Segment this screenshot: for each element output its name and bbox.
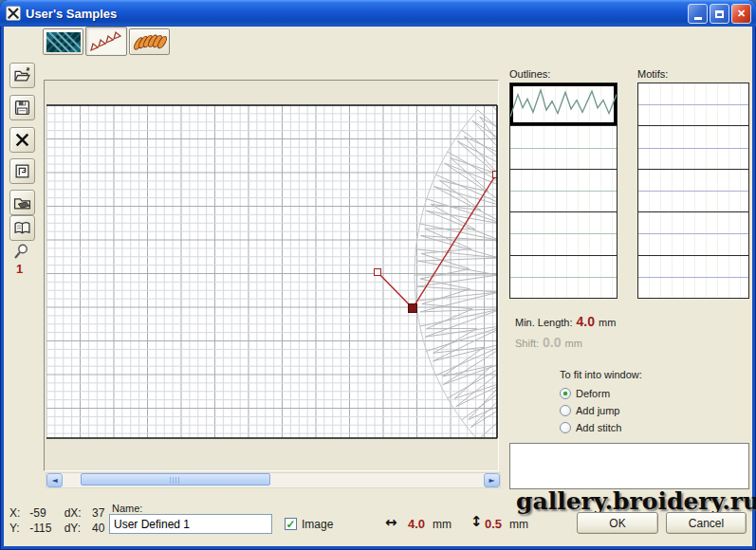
dy-label: dY: [65, 521, 89, 536]
motif-cell-4[interactable] [638, 212, 748, 255]
sample-canvas[interactable] [44, 80, 499, 471]
fit-options-group: DeformAdd jumpAdd stitch [560, 386, 621, 437]
open-folder-icon [13, 66, 31, 84]
straight-line-preview [510, 277, 617, 278]
import-sample-button[interactable] [9, 190, 35, 215]
scrollbar-thumb[interactable] [81, 473, 270, 486]
outline-cell-4[interactable] [510, 212, 617, 255]
scrollbar-track[interactable] [63, 473, 484, 487]
minimize-icon [694, 17, 702, 20]
straight-line-preview [510, 191, 617, 192]
import-folder-icon [13, 193, 31, 211]
app-icon [6, 6, 21, 21]
outline-cell-1[interactable] [510, 83, 617, 126]
straight-line-preview [638, 191, 748, 192]
min-length-unit: mm [599, 317, 616, 328]
image-checkbox[interactable]: ✓ [285, 518, 297, 530]
vertical-size-icon: ↕ [470, 513, 483, 530]
motifs-label: Motifs: [637, 68, 668, 80]
cord-sample-button[interactable] [129, 28, 170, 55]
radio-deform[interactable]: Deform [560, 386, 621, 400]
radio-add-jump[interactable]: Add jump [560, 403, 621, 417]
delete-sample-button[interactable] [9, 127, 35, 153]
name-input[interactable] [109, 514, 272, 534]
save-sample-button[interactable] [9, 95, 35, 120]
radio-icon [560, 405, 571, 416]
zoom-tool[interactable] [11, 243, 30, 264]
open-sample-button[interactable] [9, 63, 35, 88]
dy-value: 40 [92, 521, 104, 536]
shift-row: Shift: 0.0 mm [515, 335, 582, 350]
straight-line-preview [638, 233, 748, 234]
motifs-list[interactable] [637, 82, 749, 299]
cancel-button[interactable]: Cancel [666, 512, 747, 534]
outline-cell-5[interactable] [510, 256, 617, 298]
sample-drawing [45, 81, 498, 470]
name-label: Name: [112, 503, 142, 514]
min-length-label: Min. Length: [515, 317, 573, 328]
radio-icon [560, 422, 571, 433]
min-length-value: 4.0 [577, 314, 595, 329]
maximize-icon [715, 10, 724, 18]
title-bar[interactable]: User's Samples ✕ [0, 0, 756, 27]
zigzag-outline-preview [510, 83, 617, 125]
horizontal-size-icon: ↔ [385, 514, 397, 531]
outline-sample-thumbnail-icon [88, 30, 124, 53]
y-value: -115 [29, 521, 61, 536]
maximize-button[interactable] [710, 4, 729, 24]
zoom-level-label: 1 [16, 262, 23, 276]
dx-label: dX: [65, 505, 89, 521]
horizontal-size-unit: mm [433, 518, 452, 531]
preview-box [509, 443, 749, 489]
straight-line-preview [638, 104, 748, 105]
minimize-button[interactable] [688, 4, 708, 24]
outlines-list[interactable] [509, 82, 618, 299]
radio-label: Add jump [576, 405, 619, 416]
motif-cell-5[interactable] [638, 256, 748, 298]
sample-properties-button[interactable] [9, 158, 35, 184]
outline-cell-3[interactable] [510, 170, 617, 212]
x-label: X: [9, 505, 27, 521]
dialog-client-area: 1 ◄ ► Outlines: Motifs: Min. Length: 4.0… [4, 27, 752, 546]
fill-sample-button[interactable] [43, 28, 83, 55]
outline-cell-2[interactable] [510, 126, 617, 169]
sample-library-button[interactable] [9, 215, 35, 241]
straight-line-preview [510, 148, 617, 149]
motif-cell-2[interactable] [638, 126, 748, 169]
motif-cell-3[interactable] [638, 170, 748, 212]
close-button[interactable]: ✕ [731, 4, 751, 24]
fill-sample-thumbnail-icon [46, 32, 81, 52]
scroll-left-button[interactable]: ◄ [46, 473, 63, 487]
canvas-horizontal-scrollbar[interactable]: ◄ ► [46, 472, 501, 488]
ok-button[interactable]: OK [577, 512, 658, 534]
image-checkbox-label: Image [302, 518, 333, 531]
radio-label: Deform [576, 388, 610, 399]
magnifier-icon [11, 243, 30, 262]
vertical-size-value: 0.5 [485, 517, 502, 531]
properties-icon [13, 162, 31, 180]
horizontal-size-value: 4.0 [408, 517, 425, 531]
x-value: -59 [29, 505, 61, 521]
dx-value: 37 [92, 505, 104, 521]
straight-line-preview [638, 277, 748, 278]
motif-cell-1[interactable] [638, 83, 748, 126]
book-icon [13, 219, 31, 237]
outline-sample-button[interactable] [85, 27, 127, 56]
straight-line-preview [638, 148, 748, 149]
save-floppy-icon [13, 99, 31, 117]
scroll-right-button[interactable]: ► [484, 473, 500, 487]
y-label: Y: [9, 521, 27, 536]
watermark: gallery.broidery.ru [516, 487, 756, 515]
radio-icon [560, 388, 571, 399]
shift-label: Shift: [515, 338, 539, 349]
radio-add-stitch[interactable]: Add stitch [560, 420, 621, 434]
delete-x-icon [13, 131, 31, 149]
shift-unit: mm [565, 338, 582, 349]
cord-sample-thumbnail-icon [133, 31, 167, 52]
vertical-size-unit: mm [509, 518, 528, 531]
straight-line-preview [510, 233, 617, 234]
coordinates-status: X: -59 dX: 37 Y: -115 dY: 40 [9, 505, 104, 536]
outlines-label: Outlines: [509, 68, 550, 80]
users-samples-dialog: User's Samples ✕ [0, 0, 756, 550]
shift-value: 0.0 [543, 335, 561, 350]
